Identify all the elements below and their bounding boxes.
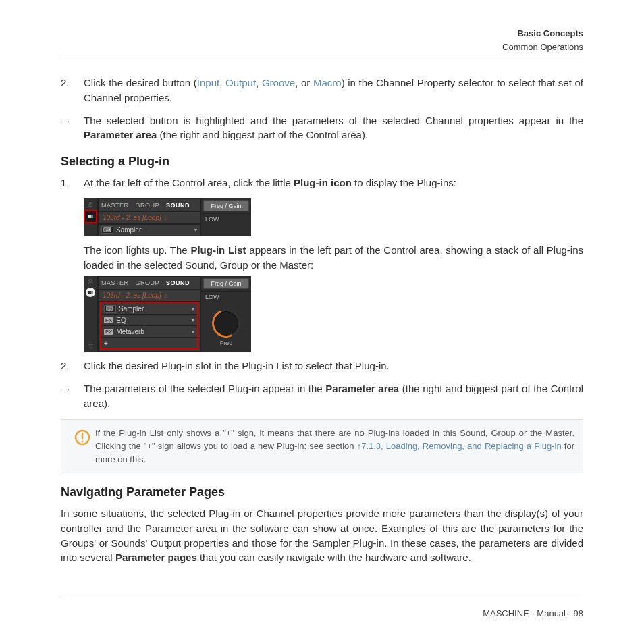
search-icon[interactable]: ⌕ — [164, 214, 168, 221]
plugin-icon[interactable] — [86, 288, 95, 297]
link-input[interactable]: Input — [197, 77, 219, 88]
footer-divider — [61, 595, 583, 595]
tab-master[interactable]: MASTER — [101, 279, 129, 286]
arrow-icon: → — [61, 381, 84, 397]
heading-selecting-plugin: Selecting a Plug-in — [61, 155, 583, 169]
header-subsection: Common Operations — [61, 41, 583, 54]
freq-gain-button[interactable]: Freq / Gain — [203, 278, 249, 289]
plugin-icon-label: Plug-in icon — [294, 177, 352, 188]
plugin-list-label: Plug-in List — [190, 244, 246, 256]
chevron-down-icon[interactable]: ▾ — [192, 317, 194, 323]
link-groove[interactable]: Groove — [262, 77, 295, 88]
parameter-area-label: Parameter area — [84, 129, 157, 140]
result-item: → The selected button is highlighted and… — [61, 113, 583, 143]
nav-paragraph: In some situations, the selected Plug-in… — [61, 506, 583, 565]
tab-master[interactable]: MASTER — [101, 202, 129, 209]
chevron-down-icon[interactable]: ▾ — [194, 227, 197, 233]
step-item-2: 2. Click the desired button (Input, Outp… — [61, 76, 583, 105]
svg-rect-0 — [88, 215, 91, 218]
link-section-713[interactable]: ↑7.1.3, Loading, Removing, and Replacing… — [357, 441, 562, 451]
low-label: LOW — [201, 291, 251, 302]
info-icon — [70, 427, 95, 446]
heading-navigating-parameter-pages: Navigating Parameter Pages — [61, 485, 583, 500]
after-ui1-text: The icon lights up. The Plug-in List app… — [61, 243, 583, 273]
selecting-step-2: 2. Click the desired Plug-in slot in the… — [61, 358, 583, 373]
plugin-row-eq[interactable]: FX EQ ▾ — [101, 314, 197, 325]
result-item-2: → The parameters of the selected Plug-in… — [61, 381, 583, 411]
tab-group[interactable]: GROUP — [136, 202, 160, 209]
info-note: If the Plug-in List only shows a "+" sig… — [61, 419, 583, 474]
plugin-row-metaverb[interactable]: FX Metaverb ▾ — [101, 325, 197, 337]
plugin-list: ⌨ Sampler ▾ FX EQ ▾ FX Metaverb ▾ — [100, 302, 198, 350]
plugin-row-add[interactable]: + — [101, 337, 197, 348]
tab-sound[interactable]: SOUND — [166, 279, 190, 286]
settings-icon[interactable]: ◎ — [88, 278, 93, 285]
list-number: 1. — [61, 176, 84, 190]
parameter-area-label: Parameter area — [325, 383, 399, 394]
chevron-down-icon[interactable]: ▽ — [88, 343, 93, 350]
link-output[interactable]: Output — [225, 77, 256, 88]
page-footer: MASCHINE - Manual - 98 — [483, 608, 583, 618]
chevron-down-icon[interactable]: ▾ — [192, 306, 194, 312]
svg-rect-3 — [88, 291, 91, 294]
tab-group[interactable]: GROUP — [136, 279, 160, 286]
fx-icon: FX — [104, 317, 113, 323]
low-label: LOW — [201, 213, 251, 225]
fx-icon: FX — [104, 329, 113, 335]
header-section: Basic Concepts — [61, 27, 583, 41]
link-macro[interactable]: Macro — [313, 77, 342, 88]
arrow-icon: → — [61, 113, 84, 129]
plugin-row-sampler[interactable]: ⌨ Sampler ▾ — [99, 224, 200, 236]
parameter-pages-label: Parameter pages — [115, 552, 197, 563]
list-number: 2. — [61, 358, 84, 373]
chevron-down-icon[interactable]: ▾ — [192, 329, 194, 335]
freq-gain-button[interactable]: Freq / Gain — [203, 200, 249, 211]
selecting-step-1: 1. At the far left of the Control area, … — [61, 176, 583, 190]
list-number: 2. — [61, 76, 84, 90]
search-icon[interactable]: ⌕ — [164, 292, 168, 299]
settings-icon[interactable]: ◎ — [88, 200, 93, 207]
instrument-icon: ⌨ — [104, 305, 116, 313]
plus-icon: + — [104, 340, 108, 347]
ui-screenshot-2: ◎ ▽ MASTER GROUP SOUND 103rd - 2..es [Lo… — [84, 276, 583, 352]
plugin-row-sampler[interactable]: ⌨ Sampler ▾ — [101, 303, 197, 314]
tab-sound[interactable]: SOUND — [166, 202, 190, 209]
step-text: Click the desired button ( — [84, 77, 197, 88]
instrument-icon: ⌨ — [101, 226, 113, 234]
svg-point-8 — [82, 440, 84, 442]
page-header: Basic Concepts Common Operations — [61, 27, 583, 53]
knob-label: Freq — [220, 340, 233, 346]
freq-knob[interactable] — [212, 309, 240, 338]
plugin-icon[interactable] — [84, 210, 97, 223]
slot-name[interactable]: 103rd - 2..es [Loop] — [103, 292, 161, 299]
header-divider — [61, 59, 583, 59]
slot-name[interactable]: 103rd - 2..es [Loop] — [103, 214, 161, 221]
ui-screenshot-1: ◎ MASTER GROUP SOUND 103rd - 2..es [Loop… — [84, 198, 583, 236]
